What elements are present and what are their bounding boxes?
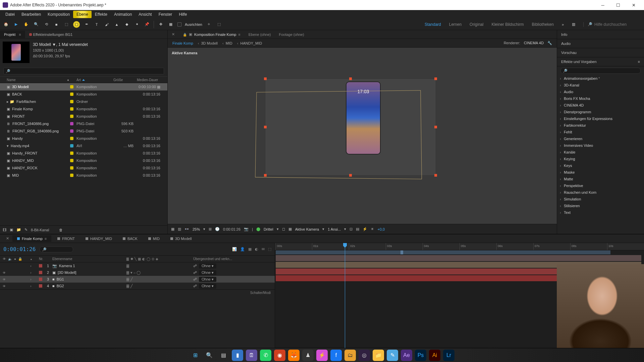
res-icon[interactable]: ⊞ (209, 227, 212, 231)
tl-close-icon[interactable]: ✕ (4, 236, 11, 241)
comp-tab-active[interactable]: ▣ Komposition Finale Komp ≡ (179, 31, 245, 38)
effect-category[interactable]: Maske (557, 169, 644, 176)
project-item[interactable]: ▣Handy Komposition0:00:13:16 (0, 135, 167, 142)
effect-category[interactable]: Keying (557, 156, 644, 162)
timeline-layer[interactable]: › 1 📷Kamera 1 ䷀ ☍Ohne ▾ (0, 262, 275, 269)
timeline-layer[interactable]: › 4 ■BG2 ䷀ ╱ ☍Ohne ▾ (0, 283, 275, 289)
project-item[interactable]: ▸ 📁Farbflächen Ordner (0, 98, 167, 105)
effect-category[interactable]: Dienstprogramm (557, 109, 644, 115)
effect-category[interactable]: CINEMA 4D (557, 102, 644, 109)
taskbar-item[interactable]: ▮ (232, 350, 243, 361)
menu-datei[interactable]: Datei (2, 11, 18, 18)
workspace-overflow-icon[interactable]: » (562, 22, 564, 26)
trash-icon[interactable]: 🗑 (59, 228, 63, 232)
workspace-standard[interactable]: Standard (425, 22, 441, 27)
close-button[interactable]: ✕ (626, 0, 641, 10)
effect-category[interactable]: Farbkorrektur (557, 122, 644, 129)
effect-category[interactable]: 3D-Kanal (557, 82, 644, 88)
roto-tool-icon[interactable]: ✦ (133, 21, 140, 28)
menu-ebene[interactable]: Ebene (73, 11, 92, 18)
selection-tool-icon[interactable]: ▶ (13, 21, 19, 28)
fast-prev-icon[interactable]: ⚡ (363, 227, 367, 231)
effect-category[interactable]: Boris FX Mocha (557, 95, 644, 102)
adjust-icon[interactable]: ✎ (24, 228, 28, 232)
proxy-icon[interactable]: ⬚ (216, 21, 222, 28)
taskbar-item[interactable]: ✆ (260, 350, 271, 361)
timeline-tab[interactable]: FRONT (53, 235, 79, 242)
workspace-menu-icon[interactable]: ▥ (572, 22, 575, 26)
comp-tab-layer[interactable]: Ebene (ohne) (245, 31, 275, 38)
tab-effect-controls[interactable]: Effekteinstellungen BG1 (25, 31, 77, 38)
cam-select[interactable]: Aktive Kamera (295, 227, 319, 231)
preview-panel-header[interactable]: Vorschau (557, 48, 644, 57)
menu-komposition[interactable]: Komposition (44, 11, 73, 18)
timeline-tab[interactable]: BACK (118, 235, 142, 242)
playhead[interactable] (345, 243, 345, 348)
bpc-label[interactable]: 8-Bit-Kanal (31, 228, 49, 232)
new-comp-icon[interactable]: ▣ (10, 228, 13, 232)
menu-animation[interactable]: Animation (111, 11, 135, 18)
project-item[interactable]: ▣Finale Komp Komposition0:00:13:16 (0, 105, 167, 113)
effect-category[interactable]: Perspektive (557, 182, 644, 189)
menu-ansicht[interactable]: Ansicht (135, 11, 155, 18)
effect-category[interactable]: Einstellungen für Expressions (557, 115, 644, 122)
effects-search-input[interactable] (560, 68, 641, 74)
snapshot-icon[interactable]: 📷 (244, 227, 249, 231)
timeline-tab[interactable]: 3D Modell (166, 235, 197, 242)
menu-hilfe[interactable]: Hilfe (175, 11, 190, 18)
effect-category[interactable]: Matte (557, 176, 644, 182)
pen-tool-icon[interactable]: ✒ (83, 21, 90, 28)
shy-icon[interactable]: 👤 (240, 247, 245, 251)
grid-icon[interactable]: ▥ (178, 227, 181, 231)
audio-panel-header[interactable]: Audio (557, 39, 644, 48)
graph-icon[interactable]: 📊 (232, 247, 237, 251)
taskbar-item[interactable]: Ae (401, 350, 412, 361)
effect-category[interactable]: Generieren (557, 135, 644, 142)
lock-col-icon[interactable]: 🔒 (18, 257, 22, 261)
wrench-icon[interactable]: 🔧 (547, 41, 552, 45)
project-item[interactable]: 🗎FRONT_RGB_1840886.png PNG-Datei503 KB (0, 127, 167, 135)
effect-category[interactable]: Immersives Video (557, 142, 644, 149)
timeline-search-input[interactable] (40, 246, 73, 252)
taskbar-item[interactable]: ✎ (387, 350, 398, 361)
speaker-col-icon[interactable]: 🔈 (8, 257, 12, 261)
channel-icon[interactable]: ⬤ (256, 227, 260, 231)
3d-icon[interactable]: ⊡ (350, 227, 353, 231)
draft3d-icon[interactable]: ✉ (262, 247, 265, 251)
project-item[interactable]: ▣HANDY_MID Komposition0:00:13:16 (0, 157, 167, 164)
res-select[interactable]: Drittel (264, 227, 273, 231)
home-icon[interactable]: 🏠 (3, 21, 9, 28)
timeline-tab[interactable]: Finale Komp ≡ (12, 235, 51, 242)
clone-tool-icon[interactable]: ▲ (113, 21, 120, 28)
taskbar-item[interactable]: Lr (443, 350, 454, 361)
text-tool-icon[interactable]: T (93, 21, 100, 28)
project-item[interactable]: ▾Handy.mp4 AVI… MB0:00:13:16 (0, 142, 167, 149)
zoom-select[interactable]: 25% (193, 227, 200, 231)
brush-tool-icon[interactable]: 🖌 (103, 21, 110, 28)
zoom-tool-icon[interactable]: 🔍 (33, 21, 40, 28)
project-item[interactable]: ▣3D Modell Komposition0:00:10:00 ▦ (0, 83, 167, 90)
motion-blur-icon[interactable]: ◐ (255, 247, 258, 251)
workspace-kleiner bildschirm[interactable]: Kleiner Bildschirm (491, 22, 524, 27)
canvas[interactable]: 17:03 (265, 78, 436, 176)
taskbar-item[interactable]: 📁 (373, 350, 384, 361)
effect-category[interactable]: Keys (557, 162, 644, 169)
new-folder-icon[interactable]: 📁 (16, 228, 21, 232)
timecode-icon[interactable]: 🕐 (215, 227, 220, 231)
transparent-icon[interactable]: ▦ (288, 227, 292, 231)
maximize-button[interactable]: ☐ (610, 0, 626, 10)
effect-category[interactable]: Stilisieren (557, 202, 644, 209)
effect-category[interactable]: Kanäle (557, 149, 644, 156)
effects-panel-header[interactable]: Effekte und Vorgaben≡ (557, 57, 644, 66)
project-item[interactable]: ▣BACK Komposition0:00:13:16 (0, 90, 167, 98)
snap-icon[interactable]: ✧ (206, 21, 212, 28)
effect-category[interactable]: Rauschen und Korn (557, 189, 644, 196)
mask-icon[interactable]: 👓 (184, 227, 189, 231)
menu-bearbeiten[interactable]: Bearbeiten (18, 11, 44, 18)
help-search-input[interactable] (594, 22, 641, 27)
views-select[interactable]: 1 Ansi... (328, 227, 341, 231)
taskbar-item[interactable]: ♟ (302, 350, 314, 361)
pan-behind-tool-icon[interactable]: ⬚ (63, 21, 70, 28)
roi-icon[interactable]: ◻ (282, 227, 285, 231)
eye-col-icon[interactable]: 👁 (3, 257, 6, 261)
